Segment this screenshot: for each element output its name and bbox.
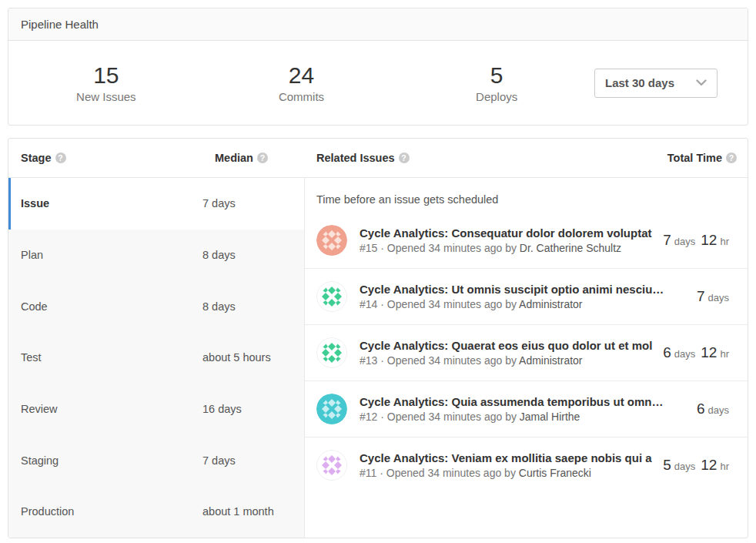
stage-median: 16 days [202, 403, 242, 415]
pipeline-health-card: Pipeline Health 15 New Issues 24 Commits… [8, 8, 748, 126]
stage-name: Code [8, 300, 202, 313]
issues-list: Cycle Analytics: Consequatur dolor dolor… [305, 212, 748, 493]
issue-meta: #13 · Opened 34 minutes ago by Administr… [360, 354, 652, 367]
issue-author-link[interactable]: Curtis Franecki [519, 467, 591, 479]
stage-name: Issue [11, 197, 202, 209]
stat-value: 24 [204, 62, 400, 89]
stage-median: about 1 month [202, 505, 274, 518]
issue-total-time: 6days [697, 401, 729, 417]
stage-description: Time before an issue gets scheduled [305, 178, 748, 212]
stage-median: 8 days [202, 300, 236, 313]
help-icon[interactable]: ? [399, 153, 410, 163]
issue-text: Cycle Analytics: Consequatur dolor dolor… [360, 226, 652, 254]
issue-row: Cycle Analytics: Quia assumenda temporib… [305, 380, 748, 437]
issue-title-link[interactable]: Cycle Analytics: Veniam ex mollitia saep… [360, 451, 652, 464]
issue-author-link[interactable]: Dr. Catherine Schultz [520, 242, 621, 254]
stage-row-test[interactable]: Test about 5 hours [8, 332, 304, 384]
header-related-issues: Related Issues? [305, 152, 667, 164]
issue-author-link[interactable]: Administrator [519, 298, 582, 310]
stat-value: 5 [399, 62, 594, 89]
stage-row-staging[interactable]: Staging 7 days [8, 434, 304, 486]
issue-meta-prefix: #11 · Opened 34 minutes ago by [360, 467, 516, 479]
avatar [316, 337, 347, 368]
header-total-time-label: Total Time [667, 152, 722, 164]
card-title: Pipeline Health [8, 8, 748, 41]
chevron-down-icon [696, 79, 707, 86]
issue-title-link[interactable]: Cycle Analytics: Consequatur dolor dolor… [360, 226, 652, 240]
stage-row-review[interactable]: Review 16 days [8, 384, 304, 435]
issue-meta-prefix: #14 · Opened 34 minutes ago by [360, 298, 517, 310]
date-range-value: Last 30 days [605, 76, 674, 89]
date-range-dropdown[interactable]: Last 30 days [594, 69, 718, 98]
issue-total-time: 7days12hr [663, 232, 729, 249]
stage-median: 7 days [202, 197, 236, 209]
stage-median: 7 days [202, 454, 236, 467]
issues-panel: Time before an issue gets scheduled Cycl… [305, 178, 748, 538]
issue-total-time: 7days [697, 288, 729, 305]
issue-meta: #11 · Opened 34 minutes ago by Curtis Fr… [360, 467, 652, 479]
stage-name: Plan [8, 249, 202, 261]
header-related-issues-label: Related Issues [316, 152, 395, 164]
help-icon[interactable]: ? [257, 153, 268, 163]
issue-total-time: 5days12hr [663, 457, 729, 474]
stage-panel: Issue 7 days Plan 8 days Code 8 days Tes… [8, 178, 305, 538]
stage-name: Test [8, 351, 202, 364]
header-total-time: Total Time? [667, 152, 748, 164]
issue-title-link[interactable]: Cycle Analytics: Quaerat eos eius quo do… [360, 339, 652, 352]
stage-name: Production [8, 505, 202, 518]
avatar [316, 281, 347, 312]
stage-name: Staging [8, 454, 202, 467]
table-header: Stage? Median? Related Issues? Total Tim… [8, 139, 748, 178]
issue-row: Cycle Analytics: Quaerat eos eius quo do… [305, 324, 748, 380]
issue-meta-prefix: #12 · Opened 34 minutes ago by [360, 411, 517, 423]
issue-author-link[interactable]: Jamal Hirthe [520, 411, 580, 423]
avatar [316, 450, 347, 481]
issue-meta: #15 · Opened 34 minutes ago by Dr. Cathe… [360, 242, 652, 254]
stats-group: 15 New Issues 24 Commits 5 Deploys [8, 62, 594, 104]
stat-label: Deploys [399, 90, 594, 103]
stat-new-issues: 15 New Issues [8, 62, 204, 104]
avatar [316, 394, 347, 424]
table-body: Issue 7 days Plan 8 days Code 8 days Tes… [8, 178, 748, 538]
stage-row-plan[interactable]: Plan 8 days [8, 230, 304, 281]
issue-title-link[interactable]: Cycle Analytics: Quia assumenda temporib… [360, 395, 686, 408]
avatar [316, 225, 347, 256]
stage-name: Review [8, 403, 202, 415]
issue-meta-prefix: #13 · Opened 34 minutes ago by [360, 354, 517, 367]
help-icon[interactable]: ? [55, 153, 66, 163]
issue-meta: #12 · Opened 34 minutes ago by Jamal Hir… [360, 411, 686, 423]
header-median-label: Median [215, 152, 253, 164]
stage-row-production[interactable]: Production about 1 month [8, 486, 304, 538]
stat-label: New Issues [8, 90, 204, 103]
issue-row: Cycle Analytics: Consequatur dolor dolor… [305, 212, 748, 268]
cycle-analytics-card: Stage? Median? Related Issues? Total Tim… [8, 138, 748, 538]
issue-text: Cycle Analytics: Ut omnis suscipit optio… [360, 283, 686, 310]
stat-deploys: 5 Deploys [399, 62, 594, 104]
stage-row-code[interactable]: Code 8 days [8, 280, 304, 332]
header-median: Median? [215, 152, 305, 164]
help-icon[interactable]: ? [726, 153, 737, 163]
stage-median: about 5 hours [202, 351, 271, 364]
issue-meta: #14 · Opened 34 minutes ago by Administr… [360, 298, 686, 310]
issue-text: Cycle Analytics: Veniam ex mollitia saep… [360, 451, 652, 479]
stat-value: 15 [8, 62, 204, 89]
issue-text: Cycle Analytics: Quia assumenda temporib… [360, 395, 686, 423]
issue-author-link[interactable]: Administrator [519, 354, 582, 367]
pipeline-health-page: Pipeline Health 15 New Issues 24 Commits… [0, 0, 756, 543]
summary-stats-row: 15 New Issues 24 Commits 5 Deploys Last … [8, 41, 748, 125]
page-title: Pipeline Health [21, 18, 99, 31]
issue-total-time: 6days12hr [663, 344, 729, 361]
issue-row: Cycle Analytics: Ut omnis suscipit optio… [305, 268, 748, 324]
header-stage: Stage? [8, 152, 215, 164]
issue-title-link[interactable]: Cycle Analytics: Ut omnis suscipit optio… [360, 283, 686, 296]
stat-label: Commits [204, 90, 400, 103]
stat-commits: 24 Commits [204, 62, 400, 104]
issue-row: Cycle Analytics: Veniam ex mollitia saep… [305, 437, 748, 493]
stage-median: 8 days [202, 249, 236, 261]
header-stage-label: Stage [21, 152, 52, 164]
issue-text: Cycle Analytics: Quaerat eos eius quo do… [360, 339, 652, 367]
stage-row-issue[interactable]: Issue 7 days [8, 178, 304, 230]
issue-meta-prefix: #15 · Opened 34 minutes ago by [360, 242, 517, 254]
